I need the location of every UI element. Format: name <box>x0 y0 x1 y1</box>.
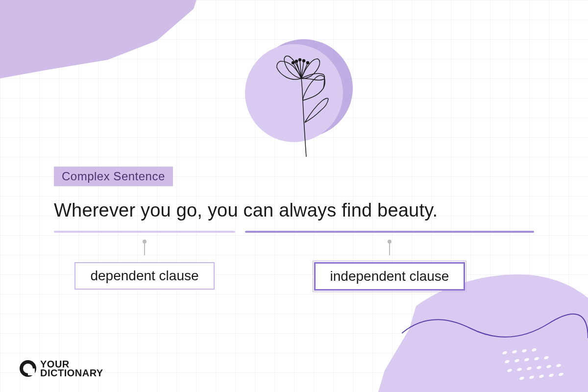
independent-clause-segment: independent clause <box>245 231 534 291</box>
brand-logo: YOUR DICTIONARY <box>20 360 103 377</box>
svg-point-25 <box>292 62 294 64</box>
svg-point-6 <box>524 357 529 362</box>
independent-underline <box>245 231 534 233</box>
dependent-connector-line <box>144 242 145 255</box>
dependent-clause-segment: dependent clause <box>54 231 235 291</box>
svg-point-12 <box>536 365 541 369</box>
svg-point-29 <box>307 62 309 64</box>
svg-point-0 <box>502 350 507 355</box>
svg-point-14 <box>556 363 561 368</box>
logo-circle-icon <box>20 360 36 377</box>
svg-point-18 <box>548 373 554 377</box>
logo-text: YOUR DICTIONARY <box>40 360 103 377</box>
diagram-content: Complex Sentence Wherever you go, you ca… <box>54 167 534 291</box>
svg-point-11 <box>526 366 532 370</box>
svg-point-10 <box>516 367 522 371</box>
sentence-type-badge: Complex Sentence <box>54 167 173 186</box>
svg-point-4 <box>504 359 510 364</box>
svg-point-2 <box>521 348 527 353</box>
svg-point-1 <box>512 349 517 354</box>
svg-point-26 <box>295 60 298 63</box>
svg-point-3 <box>531 348 537 352</box>
lily-flower-icon <box>265 54 343 162</box>
example-sentence: Wherever you go, you can always find bea… <box>54 200 534 221</box>
svg-point-13 <box>546 364 551 368</box>
svg-point-5 <box>514 358 519 363</box>
svg-point-8 <box>543 355 549 360</box>
svg-point-9 <box>507 368 512 372</box>
svg-point-17 <box>539 374 544 378</box>
dependent-clause-label: dependent clause <box>74 262 214 290</box>
logo-line-2: DICTIONARY <box>40 368 103 377</box>
dependent-underline <box>54 231 235 233</box>
svg-point-15 <box>519 376 524 380</box>
flower-badge <box>240 39 348 147</box>
clause-annotations: dependent clause independent clause <box>54 231 534 291</box>
svg-point-16 <box>529 375 534 379</box>
svg-point-27 <box>299 59 301 61</box>
independent-connector-line <box>389 242 390 255</box>
svg-point-19 <box>558 372 564 376</box>
independent-clause-label: independent clause <box>314 262 466 291</box>
svg-point-28 <box>303 60 305 62</box>
svg-point-7 <box>534 356 539 361</box>
decorative-dots <box>500 348 568 382</box>
